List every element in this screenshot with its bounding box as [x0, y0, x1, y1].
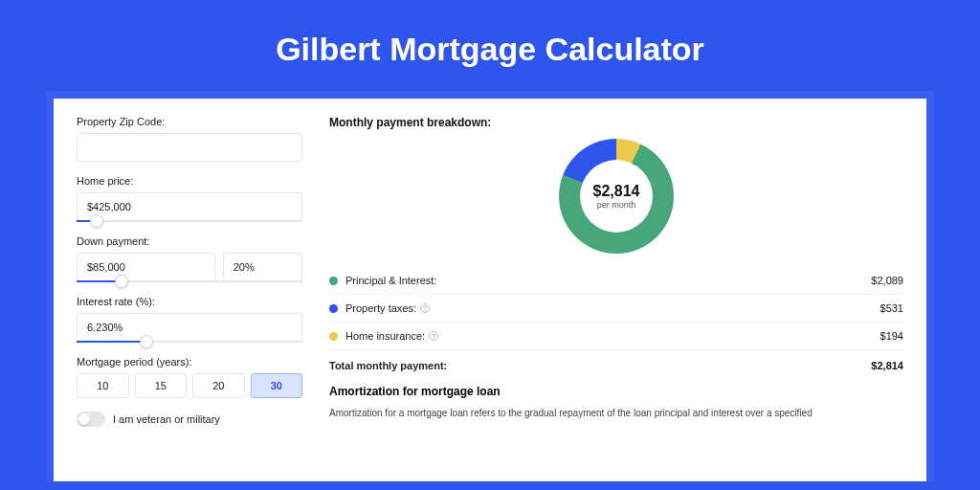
down-payment-label: Down payment:	[77, 235, 302, 247]
legend-dot-icon	[329, 277, 338, 285]
slider-thumb[interactable]	[140, 335, 153, 348]
down-payment-group: Down payment:	[77, 235, 302, 282]
breakdown-label: Property taxes: ?	[345, 302, 880, 314]
veteran-toggle-row: I am veteran or military	[77, 412, 302, 427]
interest-input[interactable]	[77, 313, 302, 342]
down-payment-slider[interactable]	[77, 280, 302, 282]
home-price-slider[interactable]	[77, 220, 302, 222]
breakdown-value: $2,089	[871, 275, 903, 286]
home-price-group: Home price:	[77, 175, 302, 222]
period-btn-15[interactable]: 15	[135, 373, 188, 398]
down-payment-input[interactable]	[77, 253, 215, 281]
breakdown-column: Monthly payment breakdown: $2,814 per mo…	[316, 116, 903, 481]
donut-value: $2,814	[593, 183, 640, 200]
calculator-card: Property Zip Code: Home price: Down paym…	[54, 99, 926, 481]
total-value: $2,814	[871, 360, 903, 371]
veteran-label: I am veteran or military	[113, 413, 220, 425]
period-btn-30[interactable]: 30	[251, 373, 303, 398]
breakdown-value: $194	[880, 330, 903, 342]
period-label: Mortgage period (years):	[77, 356, 302, 368]
down-payment-pct-input[interactable]	[223, 253, 302, 281]
donut-center: $2,814 per month	[580, 160, 653, 233]
card-shadow: Property Zip Code: Home price: Down paym…	[46, 91, 934, 481]
zip-field-group: Property Zip Code:	[77, 116, 302, 162]
legend-dot-icon	[329, 332, 338, 341]
total-label: Total monthly payment:	[329, 360, 871, 371]
donut-chart-wrap: $2,814 per month	[329, 139, 903, 254]
period-group: Mortgage period (years): 10 15 20 30	[77, 356, 302, 398]
breakdown-label-text: Principal & Interest:	[345, 275, 436, 286]
legend-dot-icon	[329, 304, 338, 313]
page-title: Gilbert Mortgage Calculator	[0, 0, 980, 91]
amortization-title: Amortization for mortgage loan	[329, 385, 903, 398]
inputs-column: Property Zip Code: Home price: Down paym…	[77, 116, 316, 481]
period-btn-20[interactable]: 20	[192, 373, 245, 398]
veteran-toggle[interactable]	[77, 412, 105, 427]
breakdown-label-text: Home insurance:	[345, 330, 425, 342]
breakdown-title: Monthly payment breakdown:	[329, 116, 903, 129]
period-btn-10[interactable]: 10	[77, 373, 129, 398]
donut-chart: $2,814 per month	[559, 139, 674, 254]
interest-group: Interest rate (%):	[77, 296, 302, 343]
breakdown-label-text: Property taxes:	[345, 302, 416, 314]
zip-input[interactable]	[77, 133, 302, 162]
home-price-label: Home price:	[77, 175, 302, 187]
info-icon[interactable]: ?	[429, 331, 438, 341]
interest-slider[interactable]	[77, 341, 302, 343]
amortization-body: Amortization for a mortgage loan refers …	[329, 406, 903, 420]
breakdown-label: Principal & Interest:	[345, 275, 871, 286]
slider-thumb[interactable]	[115, 275, 128, 288]
period-options: 10 15 20 30	[77, 373, 302, 398]
donut-sublabel: per month	[597, 200, 636, 210]
breakdown-row-insurance: Home insurance: ? $194	[329, 323, 903, 350]
home-price-input[interactable]	[77, 192, 302, 221]
breakdown-label: Home insurance: ?	[345, 330, 880, 342]
breakdown-total-row: Total monthly payment: $2,814	[329, 350, 903, 385]
info-icon[interactable]: ?	[420, 303, 430, 313]
slider-thumb[interactable]	[90, 214, 103, 228]
zip-label: Property Zip Code:	[77, 116, 302, 127]
breakdown-row-taxes: Property taxes: ? $531	[329, 295, 903, 323]
breakdown-value: $531	[880, 302, 903, 314]
slider-fill	[77, 341, 146, 343]
interest-label: Interest rate (%):	[77, 296, 302, 307]
breakdown-row-principal: Principal & Interest: $2,089	[329, 267, 903, 295]
toggle-knob	[78, 413, 90, 425]
